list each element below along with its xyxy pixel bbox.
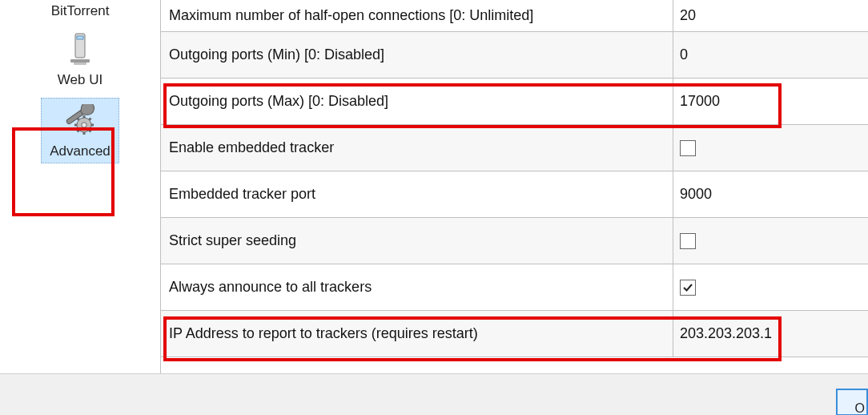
setting-value-half-open[interactable]: 20	[673, 0, 868, 31]
wrench-gear-icon	[61, 102, 99, 140]
setting-row-embedded-tracker-port: Embedded tracker port 9000	[161, 171, 868, 218]
setting-value-ip-report[interactable]: 203.203.203.1	[673, 311, 868, 357]
svg-line-13	[89, 119, 90, 120]
ok-button-label: O	[855, 401, 865, 415]
setting-row-outgoing-min: Outgoing ports (Min) [0: Disabled] 0	[161, 32, 868, 79]
setting-label: Outgoing ports (Max) [0: Disabled]	[161, 79, 673, 124]
advanced-settings-grid: Maximum number of half-open connections …	[160, 0, 868, 373]
sidebar-item-label: Web UI	[58, 72, 102, 88]
svg-point-5	[82, 123, 86, 127]
setting-label: Maximum number of half-open connections …	[161, 0, 673, 31]
setting-value-embedded-tracker-port[interactable]: 9000	[673, 171, 868, 217]
checkbox-embedded-tracker[interactable]	[680, 140, 696, 156]
svg-line-12	[78, 130, 79, 131]
svg-rect-3	[74, 62, 86, 65]
dialog-bottom-bar: O	[0, 373, 868, 415]
setting-value-outgoing-max[interactable]: 17000	[673, 79, 868, 124]
sidebar-item-label: Advanced	[50, 143, 111, 159]
svg-line-11	[89, 130, 90, 131]
setting-label: IP Address to report to trackers (requir…	[161, 311, 673, 357]
sidebar-item-bittorrent[interactable]: BitTorrent	[50, 0, 111, 26]
checkbox-strict-super-seeding[interactable]	[680, 233, 696, 249]
setting-row-always-announce: Always announce to all trackers	[161, 264, 868, 311]
setting-row-ip-report: IP Address to report to trackers (requir…	[161, 311, 868, 357]
svg-rect-2	[70, 59, 90, 62]
setting-row-outgoing-max: Outgoing ports (Max) [0: Disabled] 17000	[161, 79, 868, 125]
setting-row-embedded-tracker: Enable embedded tracker	[161, 125, 868, 171]
settings-sidebar: BitTorrent Web UI	[0, 0, 160, 373]
sidebar-item-label: BitTorrent	[51, 3, 110, 19]
checkbox-always-announce[interactable]	[680, 280, 696, 296]
setting-value-outgoing-min[interactable]: 0	[673, 32, 868, 78]
setting-row-half-open: Maximum number of half-open connections …	[161, 0, 868, 32]
setting-label: Enable embedded tracker	[161, 125, 673, 171]
setting-label: Strict super seeding	[161, 218, 673, 264]
svg-rect-1	[77, 36, 83, 39]
server-icon	[61, 30, 99, 69]
setting-label: Outgoing ports (Min) [0: Disabled]	[161, 32, 673, 78]
sidebar-item-advanced[interactable]: Advanced	[41, 98, 119, 163]
sidebar-item-webui[interactable]: Web UI	[56, 27, 104, 91]
setting-row-strict-super-seeding: Strict super seeding	[161, 218, 868, 264]
setting-label: Always announce to all trackers	[161, 264, 673, 310]
setting-label: Embedded tracker port	[161, 171, 673, 217]
